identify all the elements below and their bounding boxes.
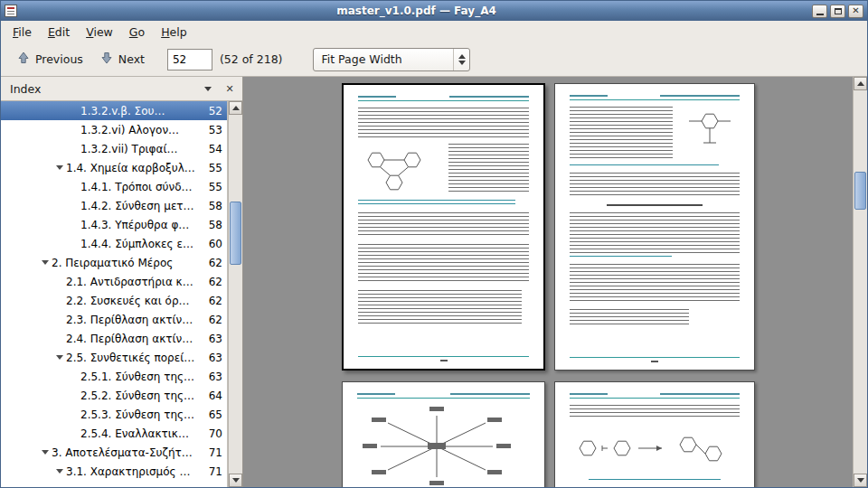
index-item-page: 71 — [203, 446, 222, 459]
previous-page-button[interactable]: Previous — [8, 46, 91, 72]
expander-icon[interactable] — [53, 469, 66, 474]
index-item-label: 2.4. Περίθλαση ακτίν… — [66, 333, 193, 345]
page-content — [555, 84, 754, 370]
page-count-label: (52 of 218) — [220, 52, 283, 66]
link-text — [570, 256, 672, 259]
document-view — [243, 77, 867, 487]
index-item[interactable]: 1.3.2.v.β. Σου…52 — [1, 101, 227, 120]
expander-icon[interactable] — [39, 450, 52, 455]
close-button[interactable]: ✕ — [848, 5, 863, 18]
pdf-page-54[interactable] — [342, 381, 545, 487]
text-block — [448, 144, 529, 194]
chemical-structure-figure — [358, 144, 441, 196]
index-item[interactable]: 2.5.3. Σύνθεση της…65 — [1, 405, 227, 424]
main-scrollbar[interactable] — [853, 77, 867, 487]
sidebar: Index ✕ 1.3.2.v.β. Σου…521.3.2.vi) Αλογο… — [1, 77, 243, 487]
sidebar-header: Index ✕ — [1, 77, 242, 100]
scroll-up-button[interactable] — [854, 77, 867, 90]
expander-icon[interactable] — [53, 355, 66, 360]
window-controls: ✕ — [812, 5, 863, 18]
sidebar-scroll-thumb[interactable] — [230, 202, 241, 265]
app-icon — [5, 5, 17, 17]
index-item[interactable]: 3.1. Χαρακτηρισμός …71 — [1, 462, 227, 481]
menu-view[interactable]: View — [78, 23, 121, 42]
text-block — [570, 173, 740, 198]
zoom-value: Fit Page Width — [314, 52, 453, 66]
combo-arrows-icon — [453, 49, 469, 70]
close-icon: ✕ — [852, 6, 859, 15]
next-label: Next — [118, 52, 145, 66]
pdf-page-55[interactable] — [554, 381, 755, 487]
figure-caption — [570, 164, 719, 168]
index-item-label: 2.1. Αντιδραστήρια κ… — [66, 276, 193, 288]
index-item[interactable]: 3. Αποτελέσματα-Συζήτ…71 — [1, 443, 227, 462]
index-item-page: 62 — [203, 295, 222, 307]
index-item[interactable]: 2.5. Συνθετικές πορεί…63 — [1, 348, 227, 367]
sidebar-close-button[interactable]: ✕ — [221, 80, 239, 98]
pdf-page-53[interactable] — [554, 83, 755, 371]
next-page-button[interactable]: Next — [91, 46, 153, 72]
index-item[interactable]: 1.4.4. Σύμπλοκες ε…60 — [1, 234, 227, 253]
expander-icon[interactable] — [53, 165, 66, 170]
index-item[interactable]: 2. Πειραματικό Μέρος62 — [1, 253, 227, 272]
page-content — [344, 85, 543, 369]
index-item[interactable]: 1.3.2.vii) Τριφαί…54 — [1, 139, 227, 158]
index-item[interactable]: 2.2. Συσκευές και όρ…62 — [1, 291, 227, 310]
menubar: File Edit View Go Help — [1, 21, 867, 42]
text-block — [570, 405, 740, 419]
index-item-page: 52 — [203, 105, 222, 117]
text-block — [570, 212, 740, 256]
index-item[interactable]: 1.4.2. Σύνθεση μετ…58 — [1, 196, 227, 215]
sidebar-scroll-track[interactable] — [229, 115, 242, 474]
index-item[interactable]: 1.3.2.vi) Αλογον…53 — [1, 120, 227, 139]
index-item[interactable]: 2.1. Αντιδραστήρια κ…62 — [1, 272, 227, 291]
text-block — [570, 264, 740, 304]
content-area: Index ✕ 1.3.2.v.β. Σου…521.3.2.vi) Αλογο… — [1, 77, 867, 487]
index-item[interactable]: 2.5.1. Σύνθεση της…63 — [1, 367, 227, 386]
sidebar-view-switcher[interactable]: Index — [10, 82, 221, 96]
document-canvas[interactable] — [243, 77, 853, 487]
index-item-page: 53 — [203, 124, 222, 136]
index-item-page: 70 — [203, 427, 222, 440]
arrow-up-icon — [857, 81, 864, 86]
pdf-page-52[interactable] — [342, 83, 545, 371]
main-scroll-thumb[interactable] — [854, 172, 866, 210]
scroll-down-button[interactable] — [229, 474, 242, 487]
arrow-down-icon — [232, 478, 240, 483]
footnote-block — [570, 309, 689, 327]
menu-help[interactable]: Help — [153, 23, 195, 42]
expander-icon[interactable] — [39, 260, 52, 265]
page-content — [343, 382, 544, 487]
page-header-rule — [358, 100, 529, 101]
index-item[interactable]: 2.5.4. Εναλλακτικ…70 — [1, 424, 227, 443]
window-title: master_v1.0.pdf — Fay_A4 — [21, 5, 812, 17]
index-item[interactable]: 1.4. Χημεία καρβοξυλ…55 — [1, 158, 227, 177]
page-header-rule — [570, 398, 740, 399]
index-item[interactable]: 2.5.2. Σύνθεση της…64 — [1, 386, 227, 405]
toolbar: Previous Next (52 of 218) Fit Page Width — [1, 42, 867, 77]
index-item[interactable]: 1.4.3. Υπέρυθρα φ…58 — [1, 215, 227, 234]
index-item[interactable]: 2.3. Περίθλαση ακτίν…62 — [1, 310, 227, 329]
index-item-page: 63 — [203, 371, 222, 383]
index-item[interactable]: 2.4. Περίθλαση ακτίν…63 — [1, 329, 227, 348]
index-item[interactable]: 1.4.1. Τρόποι σύνδ…55 — [1, 177, 227, 196]
maximize-button[interactable] — [830, 5, 845, 18]
index-item-page: 62 — [203, 314, 222, 326]
titlebar[interactable]: master_v1.0.pdf — Fay_A4 ✕ — [1, 1, 867, 21]
sidebar-scrollbar[interactable] — [228, 101, 242, 487]
main-scroll-track[interactable] — [854, 90, 867, 474]
index-item-label: 1.4.1. Τρόποι σύνδ… — [80, 181, 193, 193]
index-tree: 1.3.2.v.β. Σου…521.3.2.vi) Αλογον…531.3.… — [1, 101, 228, 487]
index-item-label: 1.4. Χημεία καρβοξυλ… — [66, 162, 195, 174]
page-content — [555, 382, 754, 487]
scroll-up-button[interactable] — [229, 101, 242, 115]
zoom-select[interactable]: Fit Page Width — [313, 48, 470, 71]
menu-go[interactable]: Go — [121, 23, 153, 42]
index-item-label: 2.5.3. Σύνθεση της… — [80, 408, 194, 421]
minimize-button[interactable] — [812, 5, 827, 18]
menu-file[interactable]: File — [5, 23, 40, 42]
page-number-input[interactable] — [167, 49, 212, 70]
maximize-icon — [835, 8, 842, 14]
menu-edit[interactable]: Edit — [40, 23, 78, 42]
scroll-down-button[interactable] — [854, 474, 867, 487]
